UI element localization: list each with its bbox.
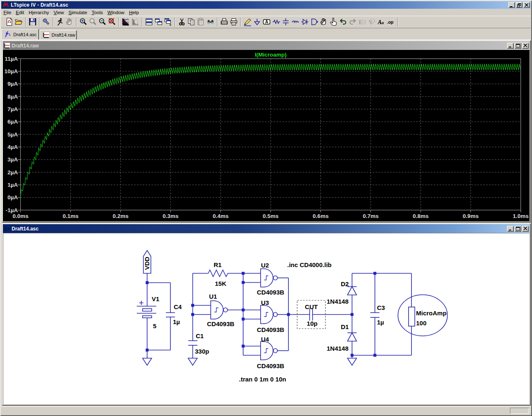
toolbar-place-resistor-button[interactable] [271, 17, 281, 27]
toolbar-zoom-out-button[interactable] [98, 17, 107, 27]
label-d2-name: D2 [341, 280, 349, 287]
close-button[interactable] [523, 2, 530, 8]
menu-view[interactable]: View [52, 9, 66, 16]
schematic-segment [264, 305, 273, 324]
toolbar-place-inductor-button[interactable] [291, 17, 300, 27]
y-tick-label: -1µA [5, 207, 18, 213]
place-inductor-icon [291, 17, 300, 26]
toolbar-rotate-button[interactable]: E [367, 17, 377, 27]
tab-draft14.raw[interactable]: Draft14.raw [39, 30, 77, 40]
minimize-button[interactable] [508, 2, 515, 8]
toolbar-drag-button[interactable] [329, 17, 338, 27]
toolbar-move-button[interactable] [319, 17, 329, 27]
schmitt-mark [264, 276, 268, 280]
toolbar-halt-button[interactable] [65, 17, 74, 27]
toolbar-draw-wire-button[interactable] [243, 17, 252, 27]
move-icon [320, 17, 328, 26]
toolbar-tile-horizontally-button[interactable] [144, 17, 154, 27]
toolbar-mirror-button[interactable]: EE [357, 17, 367, 27]
menu-simulate[interactable]: Simulate [66, 9, 89, 16]
toolbar-cut-button[interactable] [177, 17, 187, 27]
toolbar-save-button[interactable] [28, 17, 37, 27]
label-u1-name: U1 [209, 293, 217, 300]
waveform-window-title-bar[interactable]: Draft14.raw [3, 41, 530, 50]
toolbar-label-net-button[interactable]: A [262, 17, 271, 27]
label-d1-name: D1 [341, 323, 349, 330]
waveform-plot-pane[interactable]: 11µA10µA9µA8µA7µA6µA5µA4µA3µA2µA1µA0µA-1… [3, 50, 530, 221]
menu-window[interactable]: Window [105, 9, 127, 16]
waveform-minimize-button[interactable] [507, 43, 514, 49]
menu-edit[interactable]: Edit [14, 9, 27, 16]
menu-file[interactable]: File [1, 9, 14, 16]
toolbar-copy-button[interactable] [187, 17, 196, 27]
toolbar-separator [175, 17, 175, 27]
menu-tools[interactable]: Tools [89, 9, 105, 16]
toolbar-tile-vertically-button[interactable] [154, 17, 163, 27]
toolbar-redo-button[interactable] [348, 17, 357, 27]
schematic-window-title-bar[interactable]: Draft14.asc [3, 224, 530, 233]
toolbar-paste-button[interactable] [196, 17, 206, 27]
toolbar-place-ground-button[interactable] [252, 17, 262, 27]
toolbar-separator [118, 17, 119, 27]
menu-help[interactable]: Help [127, 9, 141, 16]
toolbar-place-component-button[interactable] [310, 17, 319, 27]
toolbar-find-button[interactable] [206, 17, 215, 27]
toolbar-place-capacitor-button[interactable] [281, 17, 291, 27]
label-r1-name: R1 [214, 261, 222, 268]
ltspice-application-window: LTspice IV - Draft14.asc FileEditHierarc… [0, 0, 532, 416]
schematic-icon [4, 225, 10, 232]
label-c1-name: C1 [196, 332, 204, 339]
find-icon [206, 17, 215, 26]
gate-bubble [224, 308, 228, 312]
toolbar-autorange-y-axis-button[interactable] [121, 17, 131, 27]
toolbar-zoom-full-extents-button[interactable] [107, 17, 117, 27]
toolbar-plot-settings-button[interactable] [131, 17, 140, 27]
toolbar-run-button[interactable] [55, 17, 65, 27]
schematic-canvas[interactable]: VDDV15C41µR115KU1CD4093BC1330pU2CD4093BU… [3, 233, 530, 404]
svg-text:.op: .op [387, 20, 394, 25]
toolbar-place-diode-button[interactable] [300, 17, 310, 27]
y-tick-label: 5µA [7, 131, 18, 138]
toolbar-control-panel-button[interactable] [42, 17, 51, 27]
menu-hierarchy[interactable]: Hierarchy [26, 9, 51, 16]
schematic-segment [264, 342, 273, 360]
y-tick-label: 3µA [7, 156, 18, 163]
gate-bubble [273, 312, 278, 317]
svg-text:E: E [362, 19, 366, 25]
zoom-in-icon [79, 17, 88, 26]
toolbar-spice-directive-button[interactable]: .op [386, 17, 396, 27]
tab-draft14.asc[interactable]: Draft14.asc [1, 29, 39, 40]
main-title-bar[interactable]: LTspice IV - Draft14.asc [1, 1, 531, 9]
gate-bubble [273, 349, 278, 353]
waveform-close-button[interactable] [522, 43, 529, 49]
label-u3-type: CD4093B [257, 326, 284, 333]
toolbar-undo-button[interactable] [338, 17, 348, 27]
label-v1-name: V1 [152, 295, 159, 302]
ltspice-app-icon [2, 2, 9, 8]
battery-plate [143, 316, 152, 318]
y-tick-label: 6µA [7, 119, 18, 125]
menu-bar: FileEditHierarchyViewSimulateToolsWindow… [1, 9, 531, 16]
schematic-close-button[interactable] [522, 226, 529, 232]
schematic-segment [214, 301, 223, 319]
minimize-icon [508, 44, 512, 47]
waveform-maximize-button[interactable] [515, 43, 521, 49]
y-tick-label: 4µA [7, 144, 18, 150]
toolbar-separator [76, 17, 77, 27]
schematic-minimize-button[interactable] [507, 226, 514, 232]
x-tick-label: 0.5ms [263, 213, 278, 219]
toolbar-zoom-back-button[interactable] [88, 17, 98, 27]
toolbar-zoom-in-button[interactable] [79, 17, 88, 27]
restore-button[interactable] [516, 2, 522, 8]
status-panel [510, 408, 529, 414]
toolbar-place-text-button[interactable]: Aa [377, 17, 386, 27]
toolbar: AEEEAa.op [1, 16, 531, 28]
toolbar-print-preview-button[interactable] [219, 17, 229, 27]
toolbar-print-button[interactable] [229, 17, 239, 27]
toolbar-cascade-windows-button[interactable] [163, 17, 173, 27]
toolbar-new-schematic-button[interactable] [5, 17, 14, 27]
waveform-window: Draft14.raw 11µA10µA9µA8µA7µA6µA5µA4µA3µ… [2, 40, 531, 223]
toolbar-open-button[interactable] [14, 17, 24, 27]
y-tick-label: 9µA [7, 81, 18, 87]
schematic-maximize-button[interactable] [515, 226, 521, 232]
